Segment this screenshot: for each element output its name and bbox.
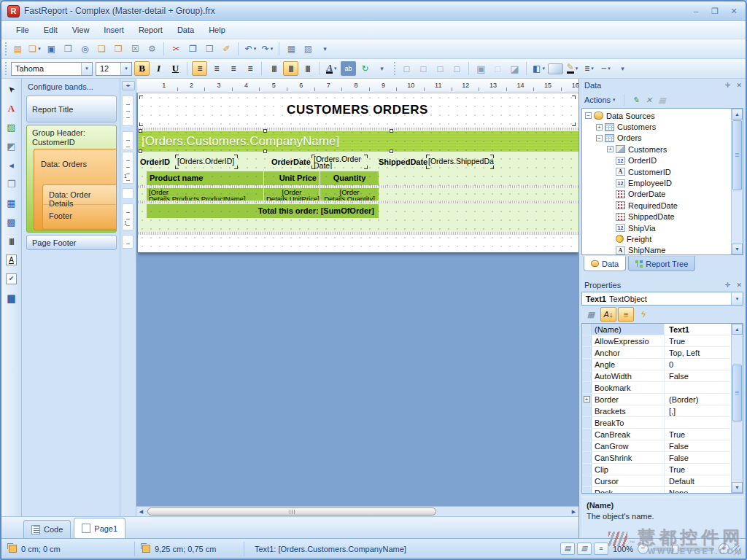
property-row[interactable]: BreakTo (582, 417, 730, 429)
property-row[interactable]: Bookmark (582, 382, 730, 394)
property-row[interactable]: AllowExpressio True (582, 335, 730, 347)
text-rotation-icon[interactable]: ↻ (357, 61, 373, 76)
font-color-icon[interactable]: A▾ (324, 61, 339, 76)
scrollbar-thumb[interactable] (732, 365, 742, 421)
valign-center-icon[interactable]: |||| (283, 61, 298, 76)
tree-scrollbar[interactable]: ▲ ▼ (731, 109, 743, 254)
property-value[interactable]: 0 (665, 359, 730, 370)
property-row[interactable]: CanBreak True (582, 429, 730, 440)
property-value[interactable]: None (665, 487, 730, 494)
valign-bottom-icon[interactable]: |||| (300, 61, 315, 76)
menu-item[interactable]: Report (131, 23, 170, 36)
properties-view-icon[interactable]: ≡ (618, 307, 634, 322)
underline-button[interactable]: U (168, 61, 183, 76)
report-options-icon[interactable]: ⚙ (144, 42, 160, 56)
property-row[interactable]: Dock None (582, 487, 730, 494)
close-button[interactable]: ✕ (728, 7, 740, 16)
property-value[interactable]: Top, Left (665, 347, 730, 358)
configure-bands-link[interactable]: Configure bands... (22, 79, 120, 95)
zoom-slider-thumb[interactable] (672, 545, 678, 554)
align-justify-icon[interactable]: ≡ (242, 61, 258, 76)
report-page[interactable]: CUSTOMERS ORDERS [Orders.Customers.Compa… (138, 93, 578, 252)
richtext-object-icon[interactable]: A (3, 252, 20, 268)
scroll-up-icon[interactable]: ▲ (732, 324, 743, 335)
toolbar-grip[interactable] (4, 62, 7, 75)
chevron-down-icon[interactable]: ▾ (731, 292, 743, 305)
table-object-icon[interactable]: ▦ (3, 195, 20, 211)
collapse-toolbox-icon[interactable]: ◂ (3, 157, 20, 174)
menu-item[interactable]: Data (170, 23, 201, 36)
pin-icon[interactable]: ✛ (725, 281, 731, 289)
quantity-field[interactable]: [Order Details.Quantity] (320, 188, 379, 201)
selection-handle[interactable] (139, 149, 142, 153)
scrollbar-thumb[interactable] (732, 120, 742, 190)
paste-icon[interactable]: ❒ (202, 42, 217, 56)
border-top-icon[interactable]: □ (399, 61, 414, 76)
line-style-icon[interactable]: ┄▾ (598, 61, 614, 76)
shippeddate-field[interactable]: [Orders.ShippedDate] (426, 155, 494, 169)
orderid-field[interactable]: [Orders.OrderID] (175, 155, 238, 169)
border-right-icon[interactable]: □ (449, 61, 465, 76)
new-page-icon[interactable]: ❏ (94, 42, 109, 56)
band-group-header[interactable]: Group Header: CustomerID Data: Orders Da… (26, 125, 117, 233)
tree-item[interactable]: OrderDate (582, 189, 730, 200)
barcode-object-icon[interactable]: |||| (3, 233, 20, 249)
orderdate-field[interactable]: [Orders.OrderDate] (311, 155, 368, 169)
tree-item[interactable]: − Data Sources (582, 110, 730, 121)
page-setup-icon[interactable]: ❒ (111, 42, 126, 56)
align-right-icon[interactable]: ≡ (225, 61, 241, 76)
property-row[interactable]: Clip True (582, 464, 730, 475)
border-left-icon[interactable]: □ (433, 61, 448, 76)
fill-color-icon[interactable]: ◧▾ (531, 61, 546, 76)
group-icon[interactable]: ▦ (284, 42, 299, 56)
orderdate-label[interactable]: OrderDate (271, 156, 311, 168)
scroll-down-icon[interactable]: ▼ (732, 244, 743, 254)
scroll-up-icon[interactable]: ▲ (732, 109, 743, 120)
preview-icon[interactable]: ◎ (77, 42, 93, 56)
matrix-object-icon[interactable]: ▩ (3, 214, 20, 230)
tab-page1[interactable]: Page1 (74, 518, 125, 538)
table-header-unitprice[interactable]: Unit Price (264, 171, 320, 185)
property-value[interactable]: (Border) (665, 394, 730, 405)
tree-item[interactable]: ShippedDate (582, 211, 730, 222)
zoom-slider[interactable] (653, 548, 714, 551)
design-canvas[interactable]: CUSTOMERS ORDERS [Orders.Customers.Compa… (136, 93, 578, 506)
property-row[interactable]: Cursor Default (582, 475, 730, 487)
property-row[interactable]: CanGrow False (582, 440, 730, 452)
select-tool-icon[interactable]: ➤ (3, 81, 20, 98)
tab-report-tree[interactable]: Report Tree (628, 256, 695, 271)
band-object-icon[interactable]: ◩ (3, 138, 20, 155)
tree-item[interactable]: − Orders (582, 133, 730, 144)
property-value[interactable]: True (665, 429, 730, 440)
property-row[interactable]: Anchor Top, Left (582, 347, 730, 359)
tree-item[interactable]: ShipVia (582, 222, 730, 233)
edit-datasource-icon[interactable]: ✎ (630, 94, 643, 106)
property-value[interactable]: True (665, 335, 730, 346)
property-value[interactable]: Text1 (665, 324, 730, 335)
tab-data[interactable]: Data (584, 256, 626, 271)
format-painter-icon[interactable]: ✐ (219, 42, 234, 56)
menu-item[interactable]: Edit (36, 23, 65, 36)
copy-icon[interactable]: ❐ (185, 42, 201, 56)
view-data-icon[interactable]: ▦ (656, 94, 669, 106)
tree-item[interactable]: OrderID (582, 155, 730, 166)
no-borders-icon[interactable]: □ (490, 61, 506, 76)
pin-icon[interactable]: ✛ (725, 82, 731, 89)
titlebar[interactable]: R FastReport - Complex (Master-detail + … (1, 1, 746, 21)
toolbar-grip[interactable] (4, 42, 7, 55)
order-total-field[interactable]: Total this order: [SumOfOrder] (147, 204, 379, 218)
table-header-product[interactable]: Product name (147, 171, 263, 185)
scrollbar-thumb[interactable] (147, 508, 436, 516)
align-center-icon[interactable]: ≡ (209, 61, 224, 76)
tree-expander-icon[interactable]: − (585, 112, 592, 119)
horizontal-scrollbar[interactable]: ◀ ▶ (136, 506, 578, 516)
property-value[interactable]: Default (665, 475, 730, 486)
alphabetical-sort-icon[interactable]: A↓ (600, 307, 616, 322)
line-width-icon[interactable]: ≡▾ (581, 61, 597, 76)
property-row[interactable]: CanShrink False (582, 452, 730, 464)
tree-expander-icon[interactable]: + (607, 146, 614, 152)
zoom-out-button[interactable]: − (638, 543, 649, 554)
text-object-icon[interactable]: A (3, 100, 20, 117)
menu-item[interactable]: Insert (96, 23, 131, 36)
shippeddate-label[interactable]: ShippedDate (379, 156, 427, 168)
